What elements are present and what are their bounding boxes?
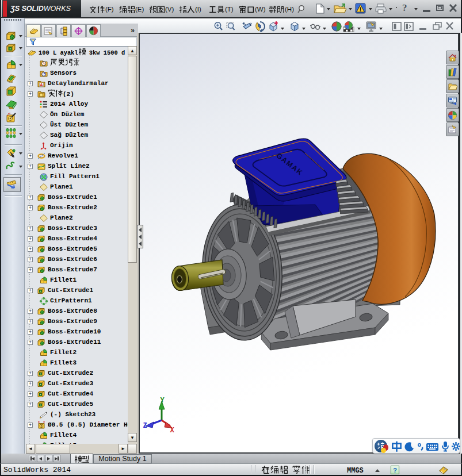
svg-text:X: X bbox=[170, 427, 174, 435]
svg-text:Y: Y bbox=[160, 397, 165, 405]
svg-text:Z: Z bbox=[143, 422, 147, 430]
